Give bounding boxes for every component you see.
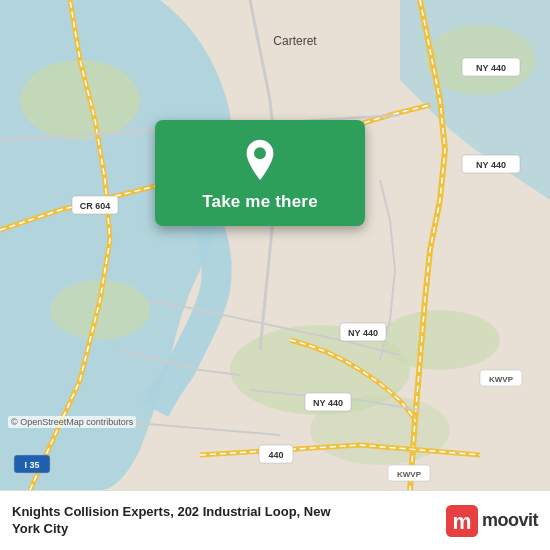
copyright-text: © OpenStreetMap contributors: [8, 416, 136, 428]
svg-text:440: 440: [268, 450, 283, 460]
svg-text:KWVP: KWVP: [397, 470, 422, 479]
svg-text:CR 604: CR 604: [80, 201, 111, 211]
svg-text:NY 440: NY 440: [476, 160, 506, 170]
svg-text:KWVP: KWVP: [489, 375, 514, 384]
svg-text:NY 440: NY 440: [313, 398, 343, 408]
take-me-there-button[interactable]: Take me there: [202, 192, 318, 212]
location-info: Knights Collision Experts, 202 Industria…: [12, 504, 436, 538]
location-pin-icon: [238, 138, 282, 182]
svg-text:m: m: [453, 510, 472, 534]
svg-text:Carteret: Carteret: [273, 34, 317, 48]
location-text-line1: Knights Collision Experts, 202 Industria…: [12, 504, 436, 521]
location-card: Take me there: [155, 120, 365, 226]
svg-text:NY 440: NY 440: [348, 328, 378, 338]
svg-point-5: [380, 310, 500, 370]
svg-point-1: [20, 60, 140, 140]
svg-text:NY 440: NY 440: [476, 63, 506, 73]
svg-text:I 35: I 35: [24, 460, 39, 470]
moovit-logo: m moovit: [446, 505, 538, 537]
moovit-label: moovit: [482, 510, 538, 531]
location-text-line2: York City: [12, 521, 436, 538]
moovit-m-icon: m: [446, 505, 478, 537]
bottom-bar: Knights Collision Experts, 202 Industria…: [0, 490, 550, 550]
map-container: NY 440 NY 440 NY 440 NY 440 CR 604 I 35 …: [0, 0, 550, 490]
svg-point-26: [254, 147, 266, 159]
